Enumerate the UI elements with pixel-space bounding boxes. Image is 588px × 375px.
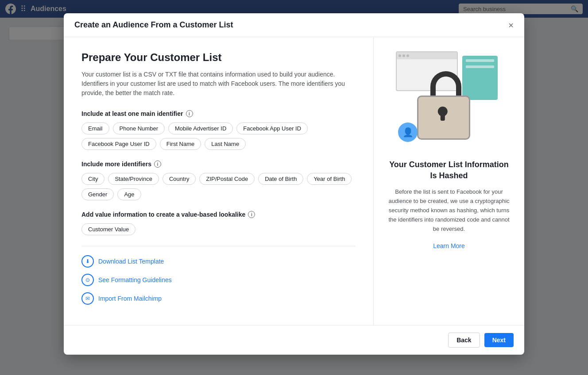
tag-gender: Gender xyxy=(81,188,114,200)
main-identifiers-section: Include at least one main identifier i E… xyxy=(81,110,356,150)
import-mailchimp-text: Import From Mailchimp xyxy=(98,295,162,302)
close-button[interactable]: × xyxy=(508,21,514,30)
tag-mobile-advertiser-id: Mobile Advertiser ID xyxy=(168,122,233,134)
main-identifiers-label: Include at least one main identifier i xyxy=(81,110,356,117)
more-identifiers-info-icon[interactable]: i xyxy=(154,161,161,168)
formatting-guidelines-text: See Formatting Guidelines xyxy=(98,276,172,283)
right-panel-description: Before the list is sent to Facebook for … xyxy=(388,188,510,233)
person-icon-graphic: 👤 xyxy=(398,122,418,142)
format-icon: ⊙ xyxy=(81,274,94,286)
download-template-text: Download List Template xyxy=(98,258,164,265)
tag-state-province: State/Province xyxy=(108,173,159,185)
modal-body: Prepare Your Customer List Your customer… xyxy=(64,37,524,325)
value-info-icon[interactable]: i xyxy=(248,211,255,218)
modal-title: Create an Audience From a Customer List xyxy=(74,20,233,30)
download-icon: ⬇ xyxy=(81,255,94,268)
document-graphic xyxy=(462,56,498,100)
tag-country: Country xyxy=(162,173,196,185)
tag-facebook-app-user-id: Facebook App User ID xyxy=(236,122,308,134)
back-button[interactable]: Back xyxy=(448,333,480,348)
main-identifiers-info-icon[interactable]: i xyxy=(186,110,193,117)
modal-right-panel: 👤 Your Customer List Information Is Hash… xyxy=(374,37,524,325)
modal: Create an Audience From a Customer List … xyxy=(64,13,524,355)
tag-city: City xyxy=(81,173,104,185)
security-illustration: 👤 xyxy=(391,51,507,149)
modal-header: Create an Audience From a Customer List … xyxy=(64,13,524,37)
formatting-guidelines-link[interactable]: ⊙ See Formatting Guidelines xyxy=(81,274,356,286)
more-identifiers-tags: City State/Province Country ZIP/Postal C… xyxy=(81,173,356,200)
padlock-body-graphic xyxy=(417,96,470,140)
modal-overlay: Create an Audience From a Customer List … xyxy=(0,0,588,375)
tag-last-name: Last Name xyxy=(205,138,246,150)
value-section: Add value information to create a value-… xyxy=(81,211,356,235)
tag-phone-number: Phone Number xyxy=(113,122,165,134)
tag-email: Email xyxy=(81,122,109,134)
right-panel-title: Your Customer List Information Is Hashed xyxy=(388,159,510,181)
modal-left-panel: Prepare Your Customer List Your customer… xyxy=(64,37,374,325)
tag-customer-value: Customer Value xyxy=(81,223,135,235)
tag-first-name: First Name xyxy=(160,138,201,150)
tag-date-of-birth: Date of Birth xyxy=(258,173,303,185)
tag-facebook-page-user-id: Facebook Page User ID xyxy=(81,138,156,150)
download-template-link[interactable]: ⬇ Download List Template xyxy=(81,255,356,268)
padlock-keyhole-graphic xyxy=(438,107,448,116)
next-button[interactable]: Next xyxy=(484,333,514,347)
learn-more-link[interactable]: Learn More xyxy=(433,242,465,249)
import-mailchimp-link[interactable]: ✉ Import From Mailchimp xyxy=(81,292,356,305)
browser-bar-graphic xyxy=(397,52,457,59)
more-identifiers-section: Include more identifiers i City State/Pr… xyxy=(81,161,356,200)
value-tags: Customer Value xyxy=(81,223,356,235)
left-description: Your customer list is a CSV or TXT file … xyxy=(81,70,356,98)
tag-age: Age xyxy=(117,188,141,200)
more-identifiers-label: Include more identifiers i xyxy=(81,161,356,168)
main-identifiers-tags: Email Phone Number Mobile Advertiser ID … xyxy=(81,122,356,150)
left-heading: Prepare Your Customer List xyxy=(81,51,356,64)
value-label: Add value information to create a value-… xyxy=(81,211,356,218)
divider xyxy=(81,246,356,246)
modal-footer: Back Next xyxy=(64,325,524,355)
tag-year-of-birth: Year of Birth xyxy=(307,173,352,185)
import-icon: ✉ xyxy=(81,292,94,305)
tag-zip-postal-code: ZIP/Postal Code xyxy=(199,173,255,185)
